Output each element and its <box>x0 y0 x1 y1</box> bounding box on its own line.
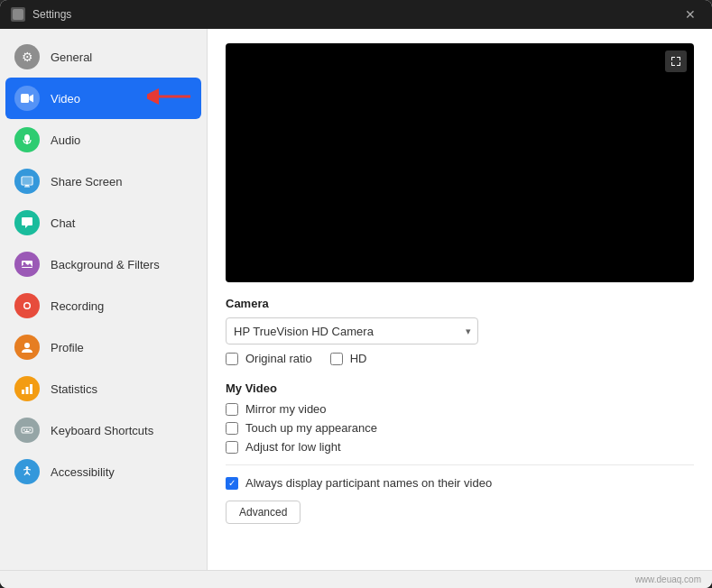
svg-rect-18 <box>30 384 32 394</box>
recording-icon <box>14 293 40 318</box>
expand-video-button[interactable] <box>665 51 687 72</box>
content-area: ⚙ General Video <box>0 29 712 570</box>
advanced-button[interactable]: Advanced <box>226 501 301 524</box>
display-names-label: Always display participant names on thei… <box>245 476 492 490</box>
general-icon: ⚙ <box>14 44 40 69</box>
svg-rect-10 <box>23 178 32 184</box>
sidebar-item-share-screen[interactable]: Share Screen <box>0 161 207 202</box>
main-content: Camera HP TrueVision HD Camera Default C… <box>208 29 712 570</box>
sidebar-item-video[interactable]: Video <box>5 78 201 119</box>
divider <box>226 464 694 465</box>
background-icon <box>14 252 40 277</box>
settings-window: Settings ✕ ⚙ General Video <box>0 0 712 588</box>
low-light-row[interactable]: Adjust for low light <box>226 440 694 454</box>
arrow-indicator <box>147 87 192 109</box>
sidebar-label-share-screen: Share Screen <box>51 175 123 188</box>
accessibility-icon <box>14 459 40 484</box>
svg-rect-8 <box>25 185 29 187</box>
svg-point-14 <box>25 304 30 308</box>
svg-point-15 <box>24 343 30 348</box>
low-light-label: Adjust for low light <box>245 440 341 454</box>
sidebar-label-general: General <box>51 51 92 64</box>
svg-rect-22 <box>30 429 32 431</box>
sidebar-label-statistics: Statistics <box>51 382 97 396</box>
sidebar: ⚙ General Video <box>0 29 208 570</box>
original-ratio-checkbox[interactable] <box>226 353 238 365</box>
footer: www.deuaq.com <box>0 570 712 588</box>
low-light-checkbox[interactable] <box>226 441 238 454</box>
sidebar-item-profile[interactable]: Profile <box>0 326 207 368</box>
sidebar-item-accessibility[interactable]: Accessibility <box>0 451 207 492</box>
svg-rect-20 <box>23 429 25 431</box>
sidebar-item-background[interactable]: Background & Filters <box>0 243 207 285</box>
keyboard-icon <box>14 418 40 443</box>
sidebar-label-keyboard: Keyboard Shortcuts <box>51 424 153 437</box>
sidebar-item-keyboard[interactable]: Keyboard Shortcuts <box>0 409 207 451</box>
touch-up-row[interactable]: Touch up my appearance <box>226 421 694 435</box>
camera-select-wrapper: HP TrueVision HD Camera Default Camera <box>226 317 478 345</box>
svg-rect-0 <box>13 9 23 20</box>
svg-marker-2 <box>30 95 34 103</box>
touch-up-label: Touch up my appearance <box>245 421 377 435</box>
video-preview <box>226 43 694 282</box>
sidebar-item-chat[interactable]: Chat <box>0 202 207 243</box>
sidebar-item-recording[interactable]: Recording <box>0 285 207 326</box>
statistics-icon <box>14 376 40 401</box>
sidebar-label-chat: Chat <box>51 216 75 230</box>
camera-select[interactable]: HP TrueVision HD Camera Default Camera <box>226 317 478 345</box>
sidebar-item-audio[interactable]: Audio <box>0 119 207 161</box>
sidebar-label-audio: Audio <box>51 133 80 147</box>
camera-select-row: HP TrueVision HD Camera Default Camera <box>226 317 694 345</box>
sidebar-label-recording: Recording <box>51 299 104 313</box>
sidebar-label-profile: Profile <box>51 341 84 354</box>
svg-rect-16 <box>22 390 24 394</box>
svg-rect-23 <box>25 431 30 432</box>
sidebar-label-accessibility: Accessibility <box>51 465 115 479</box>
close-button[interactable]: ✕ <box>680 4 701 25</box>
window-title: Settings <box>32 8 71 21</box>
display-names-row[interactable]: ✓ Always display participant names on th… <box>226 476 694 490</box>
sidebar-item-general[interactable]: ⚙ General <box>0 36 207 78</box>
original-ratio-label[interactable]: Original ratio <box>226 352 312 365</box>
ratio-row: Original ratio HD <box>226 352 694 371</box>
hd-label[interactable]: HD <box>330 352 367 365</box>
svg-rect-17 <box>26 387 29 394</box>
camera-section-label: Camera <box>226 297 694 310</box>
mirror-video-checkbox[interactable] <box>226 403 238 416</box>
share-screen-icon <box>14 169 40 194</box>
app-icon <box>11 7 25 22</box>
mirror-video-row[interactable]: Mirror my video <box>226 402 694 416</box>
hd-checkbox[interactable] <box>330 353 343 365</box>
my-video-section: My Video Mirror my video Touch up my app… <box>226 381 694 454</box>
svg-point-5 <box>24 134 30 142</box>
svg-rect-21 <box>26 429 28 431</box>
touch-up-checkbox[interactable] <box>226 422 238 435</box>
titlebar: Settings ✕ <box>0 0 712 29</box>
sidebar-label-video: Video <box>51 92 80 106</box>
audio-icon <box>14 127 40 152</box>
profile-icon <box>14 335 40 360</box>
sidebar-item-statistics[interactable]: Statistics <box>0 368 207 409</box>
titlebar-left: Settings <box>11 7 71 22</box>
display-names-checkbox[interactable]: ✓ <box>226 477 238 490</box>
my-video-title: My Video <box>226 381 694 395</box>
mirror-video-label: Mirror my video <box>245 402 327 416</box>
video-icon <box>14 86 40 111</box>
chat-icon <box>14 210 40 235</box>
svg-rect-9 <box>24 187 30 188</box>
sidebar-label-background: Background & Filters <box>51 258 160 271</box>
svg-rect-1 <box>21 94 29 103</box>
watermark: www.deuaq.com <box>635 574 701 584</box>
